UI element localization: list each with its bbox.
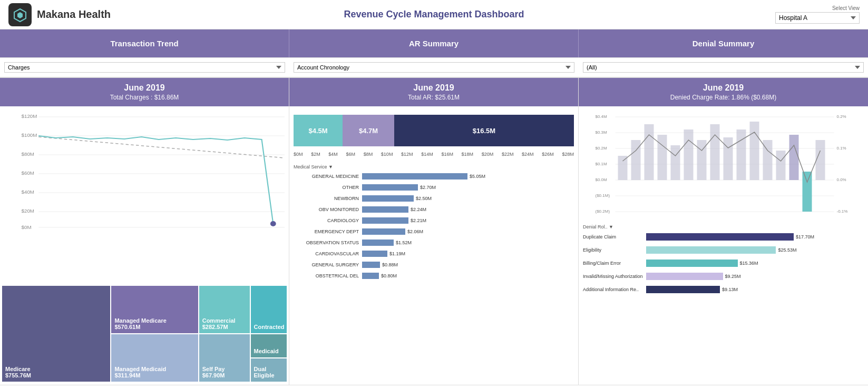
- ar-service-row[interactable]: OTHER $2.70M: [294, 183, 574, 192]
- trend-chart-svg: $120M $100M $80M $60M $40M $20M $0M: [4, 111, 285, 232]
- svg-rect-49: [816, 140, 825, 180]
- section-header-transaction: Transaction Trend: [0, 29, 289, 57]
- ar-service-value: $2.50M: [416, 196, 432, 201]
- treemap-dual-eligible[interactable]: Dual Eligible: [251, 358, 287, 382]
- filter-cell-ar: Account Chronology: [289, 61, 579, 74]
- treemap-medicare[interactable]: Medicare $755.76M: [2, 286, 110, 382]
- treemap-medicare-value: $755.76M: [5, 372, 107, 378]
- denial-row[interactable]: Billing/Claim Error $15.36M: [583, 258, 864, 268]
- denial-row[interactable]: Additional Information Re.. $9.13M: [583, 284, 864, 295]
- ar-service-row[interactable]: EMERGENCY DEPT $2.06M: [294, 227, 574, 236]
- ar-bar-purple[interactable]: $4.7M: [343, 115, 394, 146]
- top-bar: Makana Health Revenue Cycle Management D…: [0, 0, 868, 29]
- dashboard-title: Revenue Cycle Management Dashboard: [344, 9, 524, 20]
- denial-row-label: Additional Information Re..: [583, 287, 646, 293]
- svg-rect-41: [710, 124, 720, 180]
- denial-bar: [646, 260, 738, 267]
- ar-service-label: OBSERVATION STATUS: [294, 240, 362, 245]
- denial-bar-wrap: $17.70M: [646, 233, 864, 241]
- treemap-contracted[interactable]: Contracted: [251, 286, 287, 333]
- select-view-select[interactable]: Hospital A Hospital B All: [775, 12, 860, 24]
- ar-service-label: OBSTETRICAL DEL: [294, 273, 362, 278]
- logo-icon: [8, 3, 32, 26]
- svg-rect-38: [671, 145, 680, 180]
- svg-rect-44: [750, 122, 759, 180]
- ar-service-value: $1.19M: [389, 251, 405, 256]
- ar-service-label: GENERAL SURGERY: [294, 262, 362, 267]
- ar-service-label: OTHER: [294, 185, 362, 190]
- ar-summary-sub: Total AR: $25.61M: [295, 94, 573, 101]
- denial-summary-title: June 2019: [584, 83, 863, 93]
- ar-x-axis: $0M $2M $4M $6M $8M $10M $12M $14M $16M …: [294, 151, 574, 158]
- ar-bar-dark-navy[interactable]: $16.5M: [394, 115, 574, 146]
- ar-service-value: $0.80M: [381, 273, 397, 278]
- ar-service-bar: [362, 240, 394, 246]
- ar-service-value: $2.24M: [411, 207, 426, 212]
- svg-text:0.0%: 0.0%: [837, 177, 846, 182]
- ar-service-row[interactable]: NEWBORN $2.50M: [294, 194, 574, 203]
- denial-bar: [646, 273, 723, 280]
- main-content: June 2019 Total Charges : $16.86M $120M …: [0, 78, 868, 385]
- treemap-medicaid-label: Medicaid: [254, 348, 284, 354]
- treemap-managed-medicaid-label: Managed Medicaid: [114, 366, 194, 372]
- transaction-trend-header: June 2019 Total Charges : $16.86M: [0, 78, 289, 106]
- ar-service-label: GENERAL MEDICINE: [294, 174, 362, 179]
- treemap-medicare-label: Medicare: [5, 366, 107, 372]
- ar-summary-header: June 2019 Total AR: $25.61M: [289, 78, 578, 106]
- ar-service-row[interactable]: OBSTETRICAL DEL $0.80M: [294, 271, 574, 281]
- denial-filter-select[interactable]: (All): [583, 62, 864, 73]
- ar-service-value: $2.70M: [420, 185, 436, 190]
- denial-row[interactable]: Invalid/Missing Authorization $9.25M: [583, 271, 864, 282]
- ar-service-value: $0.88M: [382, 262, 398, 267]
- ar-service-row[interactable]: GENERAL MEDICINE $5.05M: [294, 172, 574, 181]
- denial-bars-area: Denial Rol.. ▼ Duplicate Claim $17.70M E…: [579, 222, 868, 385]
- svg-text:0.1%: 0.1%: [837, 146, 846, 151]
- ar-service-value: $1.52M: [396, 240, 412, 245]
- ar-service-bar: [362, 251, 387, 257]
- svg-text:-0.1%: -0.1%: [837, 209, 848, 214]
- treemap-managed-medicaid[interactable]: Managed Medicaid $311.94M: [111, 334, 198, 382]
- denial-row[interactable]: Duplicate Claim $17.70M: [583, 232, 864, 242]
- denial-row-label: Billing/Claim Error: [583, 261, 646, 266]
- ar-service-row[interactable]: OBV MONITORED $2.24M: [294, 205, 574, 214]
- svg-rect-36: [645, 124, 654, 180]
- svg-rect-47: [789, 135, 799, 180]
- treemap-commercial[interactable]: Commercial $282.57M: [199, 286, 250, 333]
- ar-service-label: OBV MONITORED: [294, 207, 362, 212]
- ar-service-row[interactable]: CARDIOVASCULAR $1.19M: [294, 249, 574, 258]
- svg-rect-39: [684, 129, 694, 180]
- svg-text:$0.1M: $0.1M: [596, 162, 608, 166]
- denial-chart-svg: $0.4M $0.3M $0.2M $0.1M $0.0M ($0.1M) ($…: [581, 108, 866, 219]
- transaction-trend-panel: June 2019 Total Charges : $16.86M $120M …: [0, 78, 289, 385]
- denial-summary-sub: Denied Charge Rate: 1.86% ($0.68M): [584, 94, 863, 101]
- select-view-area: Select View Hospital A Hospital B All: [775, 5, 860, 24]
- treemap-managed-medicare[interactable]: Managed Medicare $570.61M: [111, 286, 198, 333]
- treemap-dual-eligible-label: Dual Eligible: [254, 366, 284, 378]
- ar-service-row[interactable]: OBSERVATION STATUS $1.52M: [294, 238, 574, 247]
- ar-bar-teal[interactable]: $4.5M: [294, 115, 343, 146]
- svg-text:$0.0M: $0.0M: [596, 177, 608, 182]
- ar-service-bar: [362, 173, 467, 179]
- denial-row[interactable]: Eligibility $25.53M: [583, 245, 864, 255]
- svg-text:$20M: $20M: [22, 208, 35, 214]
- ar-filter-select[interactable]: Account Chronology: [294, 62, 574, 73]
- transaction-filter-select[interactable]: Charges: [4, 62, 285, 73]
- ar-services-chart: Medical Service ▼ GENERAL MEDICINE $5.05…: [289, 162, 578, 385]
- denial-bar: [646, 246, 776, 254]
- svg-text:$0M: $0M: [22, 224, 32, 230]
- bottom-bar: + + tableau ◀ ▶ ↩ ⤢ ⤡ ↗ ⬚ ⊡: [0, 385, 868, 389]
- denial-summary-header: June 2019 Denied Charge Rate: 1.86% ($0.…: [579, 78, 868, 106]
- ar-service-value: $5.05M: [470, 174, 485, 179]
- treemap-area: Medicare $755.76M Managed Medicare $570.…: [0, 284, 289, 385]
- ar-summary-panel: June 2019 Total AR: $25.61M $4.5M $4.7M …: [289, 78, 579, 385]
- select-view-label: Select View: [832, 5, 860, 11]
- logo-area: Makana Health: [8, 3, 111, 26]
- ar-service-row[interactable]: CARDIOLOGY $2.21M: [294, 216, 574, 225]
- svg-text:$0.4M: $0.4M: [596, 114, 608, 119]
- treemap-medicaid[interactable]: Medicaid: [251, 334, 287, 357]
- ar-service-bar: [362, 217, 408, 224]
- services-filter-label: Medical Service ▼: [294, 164, 574, 169]
- treemap-self-pay-label: Self Pay: [202, 366, 247, 372]
- ar-service-row[interactable]: GENERAL SURGERY $0.88M: [294, 260, 574, 270]
- treemap-self-pay[interactable]: Self Pay $67.90M: [199, 334, 250, 382]
